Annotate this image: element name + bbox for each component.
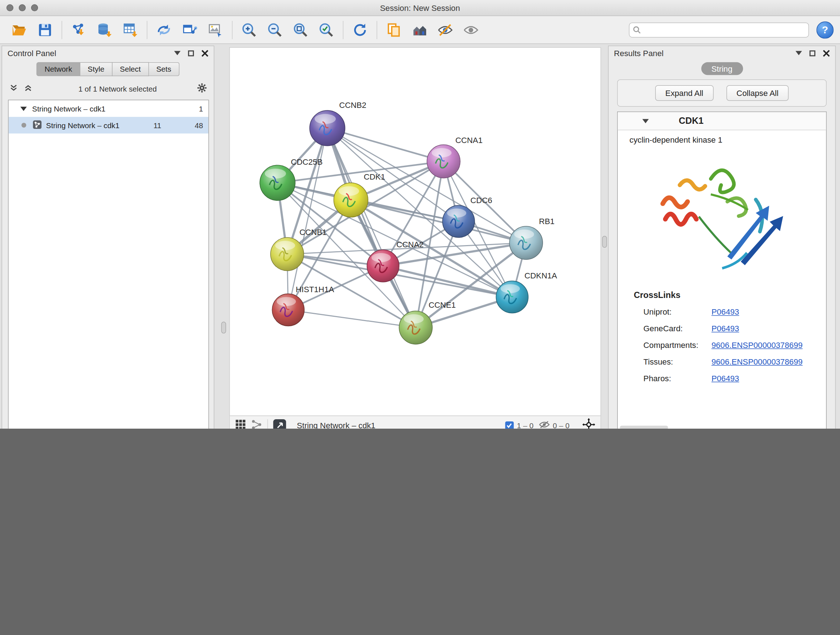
crosslinks-list: Uniprot:P06493GeneCard:P06493Compartment…	[617, 303, 826, 386]
crosslink-value-link[interactable]: P06493	[712, 324, 739, 333]
panel-menu-icon[interactable]	[796, 51, 802, 55]
network-node-label: RB1	[539, 217, 554, 226]
toolbar-separator	[147, 21, 147, 39]
toolbar-separator	[62, 21, 62, 39]
expand-all-icon[interactable]	[24, 84, 32, 93]
close-panel-icon[interactable]	[823, 50, 830, 57]
save-session-button[interactable]	[32, 19, 58, 41]
results-scrollbar[interactable]	[620, 426, 668, 429]
window-title: Session: New Session	[0, 3, 840, 12]
crosslink-value-link[interactable]: 9606.ENSP00000378699	[712, 340, 803, 349]
edge-count: 48	[182, 121, 203, 130]
network-node-CCNB2[interactable]: CCNB2	[309, 101, 366, 146]
tab-network[interactable]: Network	[36, 62, 80, 76]
annotation-mode-button[interactable]	[432, 19, 458, 41]
tab-sets[interactable]: Sets	[149, 62, 179, 76]
control-panel-title: Control Panel	[8, 49, 57, 57]
network-node-HIST1H1A[interactable]: HIST1H1A	[272, 285, 334, 326]
network-edge[interactable]	[351, 200, 526, 242]
control-panel: Control Panel NetworkStyleSelectSets 1 o…	[2, 46, 214, 429]
current-network-title: String Network – cdk1	[297, 421, 500, 429]
network-collection-row[interactable]: String Network – cdk1 1	[9, 100, 208, 117]
float-panel-icon[interactable]	[188, 50, 194, 56]
import-network-database-button[interactable]	[92, 19, 117, 41]
network-canvas[interactable]: CCNB2CCNA1CDC25BCDK1CDC6RB1CCNB1CCNA2CDK…	[229, 47, 601, 429]
zoom-fit-button[interactable]	[287, 19, 313, 41]
close-window-button[interactable]	[6, 4, 13, 11]
help-glyph: ?	[822, 24, 828, 36]
network-edge[interactable]	[327, 128, 416, 328]
float-panel-icon[interactable]	[810, 50, 815, 56]
splitter-handle[interactable]	[221, 322, 226, 334]
network-edge[interactable]	[288, 310, 416, 328]
selected-counts-group: 1 – 0	[505, 421, 534, 429]
network-status-bar: String Network – cdk1 1 – 0 0 – 0	[230, 416, 600, 429]
crosslink-label: GeneCard:	[644, 324, 712, 333]
results-actions: Expand All Collapse All	[617, 79, 827, 107]
open-session-button[interactable]	[6, 19, 32, 41]
network-options-gear-icon[interactable]	[196, 82, 207, 95]
network-graph[interactable]: CCNB2CCNA1CDC25BCDK1CDC6RB1CCNB1CCNA2CDK…	[230, 48, 600, 416]
network-node-CCNA1[interactable]: CCNA1	[427, 136, 483, 178]
zoom-in-button[interactable]	[236, 19, 262, 41]
crosslink-value-link[interactable]: 9606.ENSP00000378699	[712, 357, 803, 366]
main-toolbar: ?	[0, 16, 840, 44]
tab-string[interactable]: String	[701, 62, 743, 75]
splitter-handle[interactable]	[602, 236, 607, 248]
close-panel-icon[interactable]	[202, 50, 208, 57]
zoom-out-button[interactable]	[262, 19, 287, 41]
network-share-icon[interactable]	[251, 419, 262, 429]
hidden-eye-icon[interactable]	[539, 420, 550, 429]
string-network-icon	[33, 120, 42, 131]
crosslink-row: Pharos:P06493	[617, 370, 826, 386]
network-node-CDKN1A[interactable]: CDKN1A	[496, 271, 557, 313]
graphics-details-button[interactable]	[458, 19, 484, 41]
tree-expander-icon[interactable]	[20, 106, 27, 111]
collapse-all-button[interactable]: Collapse All	[726, 85, 789, 101]
open-in-browser-button[interactable]	[273, 419, 286, 429]
crosslink-row: Uniprot:P06493	[617, 303, 826, 320]
crosslink-row: Compartments:9606.ENSP00000378699	[617, 337, 826, 353]
crosslink-value-link[interactable]: P06493	[712, 374, 739, 383]
new-network-from-selection-button[interactable]	[177, 19, 202, 41]
maximize-window-button[interactable]	[31, 4, 38, 11]
network-row-selected[interactable]: String Network – cdk1 11 48	[9, 117, 208, 134]
network-node-RB1[interactable]: RB1	[509, 217, 554, 260]
import-table-file-button[interactable]	[117, 19, 143, 41]
birds-eye-view-button[interactable]	[407, 19, 432, 41]
birdseye-toggle-icon[interactable]	[235, 419, 246, 429]
apply-layout-button[interactable]	[347, 19, 373, 41]
collapse-all-icon[interactable]	[10, 84, 18, 93]
toolbar-separator	[377, 21, 377, 39]
protein-card: CDK1 cyclin-dependent kinase 1	[617, 111, 827, 429]
panel-menu-icon[interactable]	[174, 51, 180, 55]
crosslink-value-link[interactable]: P06493	[712, 307, 739, 317]
selected-checkbox-icon[interactable]	[505, 421, 514, 429]
network-node-CDK1[interactable]: CDK1	[334, 172, 385, 217]
export-image-button[interactable]	[202, 19, 228, 41]
crosslink-label: Pharos:	[644, 374, 712, 383]
collapse-entry-icon[interactable]	[643, 119, 649, 123]
network-node-label: CDKN1A	[524, 271, 557, 280]
collection-count: 1	[199, 104, 203, 113]
toolbar-search	[629, 22, 809, 37]
protein-card-header[interactable]: CDK1	[617, 112, 826, 130]
network-node-label: CCNA2	[396, 240, 424, 249]
import-network-file-button[interactable]	[66, 19, 92, 41]
zoom-selected-button[interactable]	[313, 19, 339, 41]
network-edge[interactable]	[288, 128, 327, 310]
search-input[interactable]	[629, 22, 809, 37]
pan-mode-icon[interactable]	[583, 418, 595, 429]
network-node-label: CCNE1	[429, 301, 456, 310]
results-panel-title: Results Panel	[614, 49, 663, 57]
help-button[interactable]: ?	[816, 21, 834, 38]
first-neighbors-button[interactable]	[151, 19, 177, 41]
network-node-CCNB1[interactable]: CCNB1	[271, 228, 327, 271]
minimize-window-button[interactable]	[19, 4, 26, 11]
tab-select[interactable]: Select	[112, 62, 149, 76]
copy-document-button[interactable]	[381, 19, 407, 41]
tab-style[interactable]: Style	[80, 62, 112, 76]
network-node-CCNE1[interactable]: CCNE1	[399, 301, 456, 344]
expand-all-button[interactable]: Expand All	[655, 85, 714, 101]
network-node-CDC6[interactable]: CDC6	[442, 196, 492, 238]
